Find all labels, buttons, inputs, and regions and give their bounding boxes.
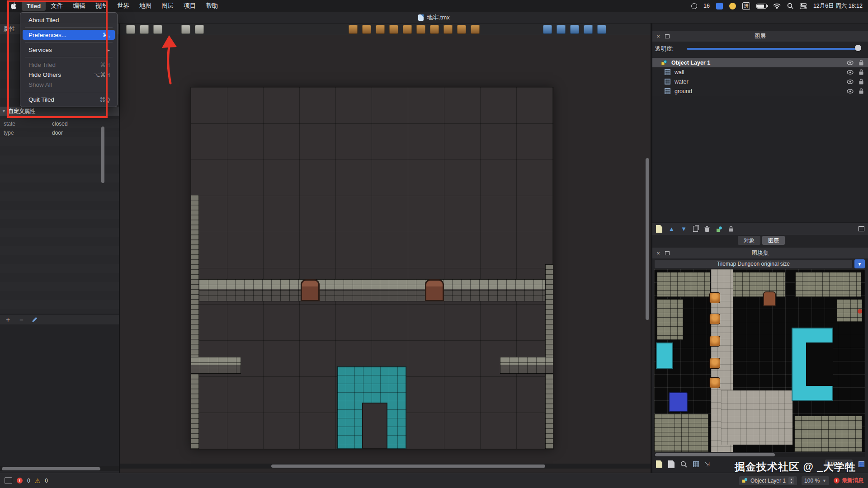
delete-layer-button[interactable]	[704, 226, 710, 232]
wifi-icon[interactable]	[773, 3, 781, 9]
tileset-tile[interactable]	[657, 299, 683, 340]
save-map-button[interactable]	[153, 25, 162, 34]
tab-layers[interactable]: 图层	[762, 236, 785, 245]
same-tile-tool-button[interactable]	[430, 25, 439, 34]
insert-rectangle-button[interactable]	[543, 25, 552, 34]
close-icon[interactable]: ×	[655, 33, 661, 40]
edit-property-button[interactable]	[32, 317, 38, 323]
menu-file[interactable]: 文件	[46, 1, 68, 11]
news-badge[interactable]: ! 最新消息	[834, 477, 863, 484]
map-wall-horizontal[interactable]	[199, 279, 553, 301]
tileset-door-tile[interactable]	[763, 291, 776, 306]
tileset-tile[interactable]	[654, 414, 708, 452]
canvas-vertical-scrollbar[interactable]	[646, 158, 649, 320]
map-door-object[interactable]	[425, 279, 444, 301]
menu-tiled[interactable]: Tiled	[22, 1, 46, 11]
open-map-button[interactable]	[140, 25, 149, 34]
terrain-tool-button[interactable]	[362, 25, 371, 34]
map-wall-left-stub[interactable]	[191, 357, 241, 374]
properties-vertical-scrollbar[interactable]	[101, 127, 104, 183]
tileset-barrel-tile[interactable]	[709, 377, 720, 388]
stamp-tool-button[interactable]	[349, 25, 358, 34]
layer-row-water[interactable]: water	[652, 77, 868, 86]
map-door-object[interactable]	[301, 279, 320, 301]
console-icon[interactable]	[5, 477, 12, 484]
menu-layer[interactable]: 图层	[156, 1, 179, 11]
new-map-button[interactable]	[126, 25, 135, 34]
control-center-icon[interactable]	[800, 3, 807, 9]
tileset-barrel-tile[interactable]	[709, 314, 720, 324]
tileset-water-pool[interactable]	[792, 328, 833, 401]
add-property-button[interactable]: ＋	[5, 315, 11, 324]
tileset-tile[interactable]	[657, 272, 710, 297]
menu-world[interactable]: 世界	[112, 1, 134, 11]
tileset-tile[interactable]	[721, 390, 793, 445]
layer-row-object-layer[interactable]: Object Layer 1	[652, 58, 868, 67]
tileset-dropdown-arrow-icon[interactable]: ▼	[854, 259, 865, 268]
lock-icon[interactable]	[859, 79, 863, 84]
zoom-dropdown[interactable]: 100 % ▼	[802, 476, 829, 485]
visibility-eye-icon[interactable]	[847, 89, 854, 94]
apple-menu[interactable]	[5, 1, 22, 11]
panel-options-icon[interactable]	[859, 226, 864, 231]
tileset-tile[interactable]	[794, 416, 862, 452]
menu-item-about-tiled[interactable]: About Tiled	[23, 15, 115, 25]
menu-item-quit-tiled[interactable]: Quit Tiled⌘Q	[23, 94, 115, 104]
remove-property-button[interactable]: −	[19, 316, 24, 324]
tileset-barrel-tile[interactable]	[709, 336, 720, 347]
object-select-tool-button[interactable]	[443, 25, 453, 34]
layer-row-ground[interactable]: ground	[652, 86, 868, 96]
menu-item-hide-others[interactable]: Hide Others⌥⌘H	[23, 70, 115, 80]
zoom-tileset-icon[interactable]	[680, 461, 687, 468]
tileset-item-tile[interactable]	[858, 309, 862, 314]
tilesets-panel-header[interactable]: × 图块集	[652, 248, 868, 258]
map-water-structure[interactable]	[337, 366, 406, 449]
insert-polygon-button[interactable]	[584, 25, 593, 34]
yellow-app-icon[interactable]	[729, 3, 736, 9]
raise-layer-button[interactable]: ▲	[669, 225, 675, 232]
layer-row-wall[interactable]: wall	[652, 67, 868, 77]
search-icon[interactable]	[787, 3, 793, 9]
menubar-clock[interactable]: 12月6日 周六 18:12	[813, 2, 863, 10]
blue-app-icon[interactable]	[716, 3, 723, 9]
custom-properties-header[interactable]: ▼ 自定义属性	[0, 107, 119, 116]
lock-icon[interactable]	[859, 88, 863, 94]
eraser-tool-button[interactable]	[389, 25, 398, 34]
menu-item-preferences[interactable]: Preferences...⌘,	[23, 30, 115, 40]
new-tileset-button[interactable]	[656, 460, 662, 468]
battery-icon[interactable]	[756, 4, 767, 9]
edit-polygon-tool-button[interactable]	[457, 25, 466, 34]
layer-selector-dropdown[interactable]: Object Layer 1 ▲▼	[739, 476, 797, 485]
map-wall-left-column[interactable]	[191, 195, 199, 449]
tab-objects[interactable]: 对象	[738, 236, 760, 245]
map-viewport[interactable]	[191, 87, 553, 449]
edit-tileset-button[interactable]	[668, 460, 675, 468]
float-panel-icon[interactable]	[665, 251, 670, 255]
tileset-crate-tile[interactable]	[669, 392, 688, 412]
input-method-icon[interactable]: 拼	[742, 2, 750, 10]
visibility-eye-icon[interactable]	[847, 70, 854, 75]
undo-button[interactable]	[181, 25, 190, 34]
window-titlebar[interactable]: 地牢.tmx	[0, 12, 868, 23]
insert-tile-object-button[interactable]	[597, 25, 606, 34]
insert-ellipse-button[interactable]	[570, 25, 579, 34]
map-wall-right-stub[interactable]	[500, 357, 553, 374]
magic-wand-tool-button[interactable]	[416, 25, 425, 34]
tileset-tile[interactable]	[795, 272, 861, 297]
duplicate-layer-button[interactable]	[693, 226, 698, 232]
layers-panel-header[interactable]: × 图层	[652, 31, 868, 42]
lock-icon[interactable]	[859, 69, 863, 75]
properties-horizontal-scrollbar[interactable]	[2, 467, 100, 470]
menu-view[interactable]: 视图	[90, 1, 112, 11]
tileset-selector-dropdown[interactable]: Tilemap Dungeon original size	[654, 259, 853, 268]
export-tileset-icon[interactable]: ⇲	[705, 461, 710, 468]
menu-item-services[interactable]: Services▸	[23, 45, 115, 55]
canvas-horizontal-scrollbar[interactable]	[271, 465, 545, 468]
new-layer-button[interactable]	[656, 225, 662, 233]
tileset-water-tile[interactable]	[656, 343, 673, 369]
redo-button[interactable]	[195, 25, 204, 34]
opacity-slider-track[interactable]	[687, 48, 861, 50]
tileset-barrel-tile[interactable]	[709, 358, 720, 369]
map-canvas[interactable]	[120, 35, 651, 473]
lock-icon[interactable]	[859, 60, 863, 66]
